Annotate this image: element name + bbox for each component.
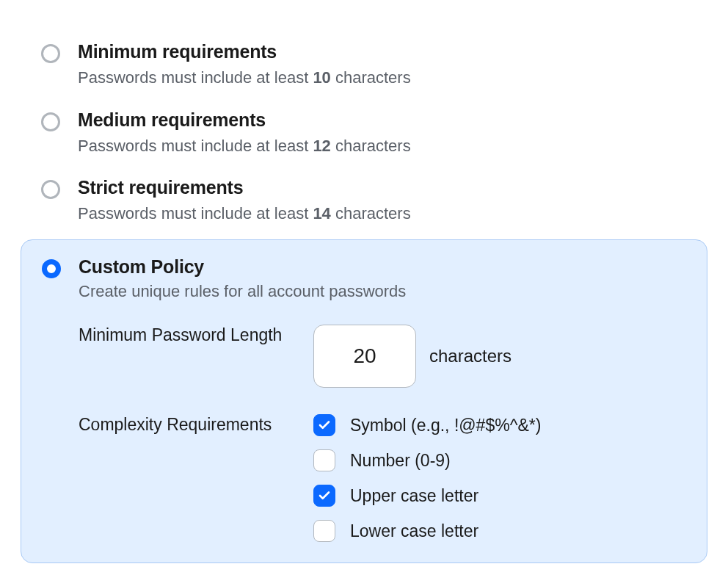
custom-top[interactable]: Custom Policy Create unique rules for al… (42, 256, 686, 301)
option-desc: Create unique rules for all account pass… (79, 282, 686, 301)
desc-suffix: characters (331, 68, 411, 87)
option-title: Custom Policy (79, 256, 686, 278)
option-title: Medium requirements (78, 109, 687, 131)
custom-form: Minimum Password Length characters Compl… (79, 325, 686, 542)
option-title: Strict requirements (78, 177, 687, 198)
min-length-input[interactable] (313, 325, 416, 388)
checkbox-lower[interactable] (313, 520, 335, 542)
custom-body: Custom Policy Create unique rules for al… (79, 256, 686, 301)
option-body: Strict requirements Passwords must inclu… (78, 177, 687, 225)
desc-prefix: Passwords must include at least (78, 137, 313, 155)
checkbox-label: Number (0-9) (350, 451, 451, 471)
check-row-symbol[interactable]: Symbol (e.g., !@#$%^&*) (313, 414, 686, 436)
desc-prefix: Passwords must include at least (78, 68, 313, 87)
min-length-label: Minimum Password Length (79, 325, 313, 347)
desc-prefix: Passwords must include at least (78, 204, 313, 223)
option-body: Medium requirements Passwords must inclu… (78, 109, 687, 157)
option-desc: Passwords must include at least 10 chara… (78, 67, 687, 89)
radio-medium[interactable] (41, 112, 60, 131)
complexity-list: Symbol (e.g., !@#$%^&*) Number (0-9) Upp… (313, 414, 686, 542)
desc-count: 10 (313, 68, 330, 87)
option-desc: Passwords must include at least 14 chara… (78, 203, 687, 225)
check-row-lower[interactable]: Lower case letter (313, 520, 686, 542)
checkbox-upper[interactable] (313, 485, 335, 507)
complexity-label: Complexity Requirements (79, 414, 313, 436)
policy-option-strict[interactable]: Strict requirements Passwords must inclu… (21, 171, 707, 239)
option-body: Minimum requirements Passwords must incl… (78, 41, 687, 89)
checkbox-number[interactable] (313, 449, 335, 471)
check-icon (318, 419, 331, 432)
min-length-suffix: characters (429, 346, 512, 366)
desc-count: 12 (313, 137, 330, 155)
policy-option-custom: Custom Policy Create unique rules for al… (21, 239, 707, 563)
checkbox-label: Lower case letter (350, 521, 478, 541)
check-icon (318, 489, 331, 502)
check-row-upper[interactable]: Upper case letter (313, 485, 686, 507)
checkbox-label: Upper case letter (350, 486, 478, 506)
check-row-number[interactable]: Number (0-9) (313, 449, 686, 471)
option-title: Minimum requirements (78, 41, 687, 62)
desc-suffix: characters (331, 204, 411, 223)
radio-custom[interactable] (42, 259, 61, 278)
policy-option-medium[interactable]: Medium requirements Passwords must inclu… (21, 104, 707, 172)
desc-suffix: characters (331, 137, 411, 155)
min-length-row: characters (313, 325, 686, 388)
desc-count: 14 (313, 204, 330, 223)
checkbox-label: Symbol (e.g., !@#$%^&*) (350, 416, 541, 435)
option-desc: Passwords must include at least 12 chara… (78, 135, 687, 157)
radio-minimum[interactable] (41, 44, 60, 63)
policy-option-minimum[interactable]: Minimum requirements Passwords must incl… (21, 35, 707, 104)
radio-strict[interactable] (41, 180, 60, 199)
checkbox-symbol[interactable] (313, 414, 335, 436)
